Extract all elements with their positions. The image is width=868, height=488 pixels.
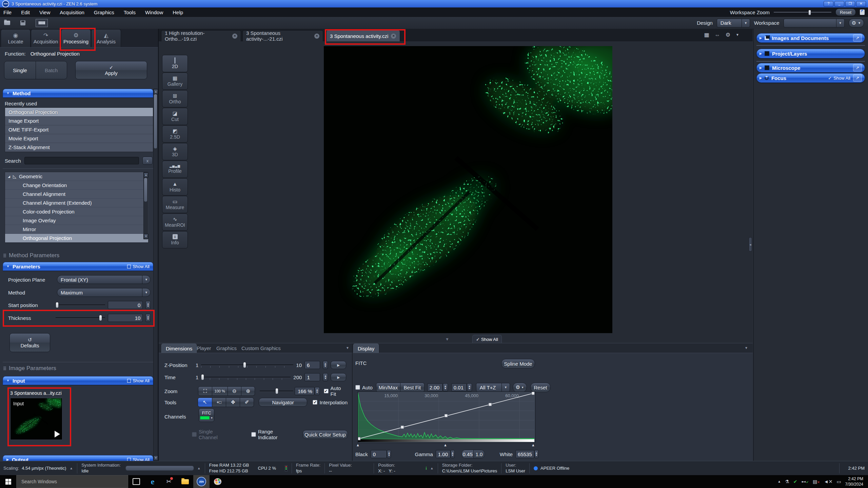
tree-scrollbar-thumb[interactable] xyxy=(144,178,147,202)
black-point-marker[interactable]: ▲ xyxy=(356,443,360,447)
time-slider[interactable] xyxy=(201,374,291,380)
bestfit-button[interactable]: Best Fit xyxy=(400,383,425,392)
left-panel-scrollbar[interactable]: ▲ ▼ xyxy=(153,89,158,461)
hidden-icons-chevron[interactable]: ▲ xyxy=(777,480,781,483)
view-2d-button[interactable]: 2D xyxy=(162,55,188,72)
zoom-spinner[interactable]: ▲▼ xyxy=(315,387,320,395)
channel-fitc-button[interactable]: FITC ▼ xyxy=(199,408,214,422)
sidebar-item-images-and-documents[interactable]: ▶ Images and Documents ↗ xyxy=(756,33,865,43)
bestfit-high-spinner[interactable]: ▲▼ xyxy=(467,383,472,391)
parameters-section-header[interactable]: ▼ Parameters Show All xyxy=(3,262,153,271)
view-profile-button[interactable]: ▂▅▃▆Profile xyxy=(162,161,188,178)
task-view-button[interactable] xyxy=(128,475,144,488)
tree-group-geometric[interactable]: ◢ ◺ Geometric xyxy=(5,172,148,181)
view-3d-button[interactable]: ◈3D xyxy=(162,143,188,160)
undock-icon[interactable]: ↗ xyxy=(853,34,862,42)
help-window-button[interactable]: ? xyxy=(824,1,833,7)
status-ok-tray-icon[interactable]: ✔ xyxy=(793,479,797,484)
tab-custom-graphics[interactable]: Custom Graphics xyxy=(237,344,285,353)
paint-button[interactable] xyxy=(210,475,226,488)
zoom-slider[interactable] xyxy=(260,388,293,394)
start-position-handle[interactable] xyxy=(56,302,59,308)
zoom-100-button[interactable]: 100 % xyxy=(212,386,228,396)
snipping-tool-button[interactable]: ✂ xyxy=(161,475,177,488)
collapse-right-panel-handle[interactable]: ◂ xyxy=(749,237,752,251)
method-select[interactable]: Maximum ▼ xyxy=(57,288,151,297)
tree-item[interactable]: Color-coded Projection xyxy=(5,207,148,216)
document-tab[interactable]: 1 High resolution-Ortho...-19.czi ✕ xyxy=(161,30,241,41)
view-25d-button[interactable]: ◩2.5D xyxy=(162,125,188,143)
menu-edit[interactable]: Edit xyxy=(21,9,30,15)
menu-acquisition[interactable]: Acquisition xyxy=(60,9,84,15)
quick-color-setup-button[interactable]: Quick Color Setup xyxy=(302,430,348,439)
menu-view[interactable]: View xyxy=(39,9,50,15)
list-item[interactable]: Image Export xyxy=(5,117,153,125)
zoom-handle[interactable] xyxy=(275,388,278,394)
volume-muted-icon[interactable]: ◄✕ xyxy=(824,479,833,484)
white-point-marker[interactable]: ▲ xyxy=(531,443,535,447)
clear-search-button[interactable]: x xyxy=(142,157,153,165)
close-icon[interactable]: ✕ xyxy=(314,34,319,39)
chevron-up-icon[interactable]: ▲ xyxy=(197,466,201,470)
batch-button[interactable]: Batch xyxy=(36,61,67,79)
output-show-all[interactable]: Show All xyxy=(127,457,150,461)
workspace-zoom-handle[interactable] xyxy=(808,10,811,15)
tab-dimensions[interactable]: Dimensions xyxy=(161,344,197,353)
list-item[interactable]: Movie Export xyxy=(5,134,153,143)
minimize-button[interactable]: _ xyxy=(834,1,844,7)
single-button[interactable]: Single xyxy=(4,67,36,73)
workspace-select[interactable]: ▼ xyxy=(784,19,845,27)
tab-locate[interactable]: ◉ Locate xyxy=(1,29,31,47)
viewer-show-all-tab[interactable]: ✓Show All xyxy=(472,335,502,343)
taskbar-clock[interactable]: 2:42 PM 7/30/2024 xyxy=(845,476,863,487)
time-spinner[interactable]: ▲▼ xyxy=(323,373,328,381)
undock-icon[interactable]: ↗ xyxy=(853,64,862,72)
input-section-header[interactable]: ▼ Input Show All xyxy=(3,376,153,385)
chevron-down-icon[interactable]: ▼ xyxy=(346,346,349,350)
list-item[interactable]: OME TIFF-Export xyxy=(5,125,153,134)
taskbar-search-input[interactable]: Search Windows xyxy=(16,475,128,488)
view-gallery-button[interactable]: ▦Gallery xyxy=(162,73,188,90)
microscope-tray-icon[interactable]: ⚗ xyxy=(785,479,789,484)
apply-button[interactable]: ✓ Apply xyxy=(75,61,147,79)
bestfit-low-spinner[interactable]: ▲▼ xyxy=(443,383,448,391)
auto-fit-checkbox[interactable]: ✓ xyxy=(324,389,329,393)
thickness-value[interactable]: 10 xyxy=(108,314,143,322)
chevron-down-icon[interactable]: ▼ xyxy=(736,33,739,37)
range-indicator-checkbox[interactable] xyxy=(251,432,256,437)
scroll-down-icon[interactable]: ▼ xyxy=(154,455,158,461)
gamma-spinner[interactable]: ▲▼ xyxy=(451,450,455,458)
thickness-slider[interactable] xyxy=(56,315,105,321)
notifications-icon[interactable]: ▭ xyxy=(836,479,841,484)
section-grip-icon[interactable] xyxy=(3,367,6,370)
defaults-button[interactable]: ↺ Defaults xyxy=(9,333,50,352)
image-canvas[interactable] xyxy=(324,46,612,333)
tree-item[interactable]: Change Orientation xyxy=(5,181,148,190)
view-ortho-button[interactable]: ⊞Ortho xyxy=(162,90,188,107)
thickness-spinner[interactable]: ▲▼ xyxy=(145,314,151,322)
usb-tray-icon[interactable]: ⊷✔ xyxy=(801,479,809,484)
minmax-button[interactable]: Min/Max xyxy=(376,383,400,392)
black-value[interactable]: 0 xyxy=(371,450,387,458)
menu-window[interactable]: Window xyxy=(145,9,163,15)
gamma-045-button[interactable]: 0.45 xyxy=(462,450,473,458)
z-position-spinner[interactable]: ▲▼ xyxy=(323,361,328,369)
zoom-value[interactable]: 166 % xyxy=(295,387,315,395)
black-spinner[interactable]: ▲▼ xyxy=(387,450,391,458)
chevron-down-icon[interactable]: ▼ xyxy=(745,346,748,350)
network-tray-icon[interactable]: ▤✕ xyxy=(813,479,820,484)
scroll-down-icon[interactable]: ▼ xyxy=(144,234,148,239)
gamma-10-button[interactable]: 1.0 xyxy=(473,450,484,458)
view-histo-button[interactable]: ▲Histo xyxy=(162,178,188,196)
start-position-slider[interactable] xyxy=(56,302,105,308)
tab-processing[interactable]: ⚙ Processing xyxy=(61,29,91,47)
tree-scrollbar[interactable]: ▲ ▼ xyxy=(143,172,148,239)
workspace-zoom-slider[interactable] xyxy=(774,10,831,15)
save-file-icon[interactable] xyxy=(20,20,25,25)
view-measure-button[interactable]: ▭Measure xyxy=(162,196,188,213)
zoom-out-button[interactable]: ⊖ xyxy=(228,386,241,396)
section-grip-icon[interactable] xyxy=(3,254,6,257)
tree-item[interactable]: Channel Alignment xyxy=(5,190,148,199)
scroll-up-icon[interactable]: ▲ xyxy=(144,172,148,178)
gallery-view-icon[interactable]: ▦ xyxy=(704,32,709,38)
